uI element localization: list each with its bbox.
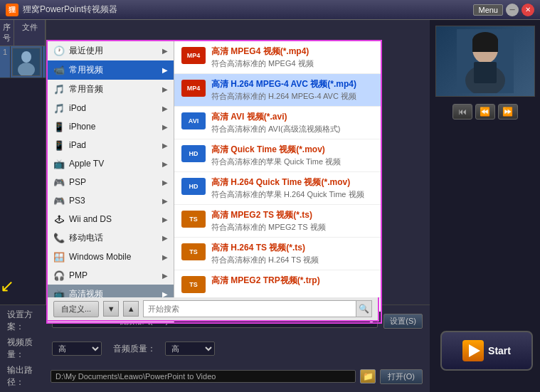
menu-item-pmp[interactable]: 🎧 PMP ▶ bbox=[48, 266, 174, 285]
badge-ts-6: TS bbox=[181, 211, 206, 228]
menu-item-winmobile[interactable]: 🪟 Windows Mobile ▶ bbox=[48, 248, 174, 266]
menu-item-ps3[interactable]: 🎮 PS3 ▶ bbox=[48, 191, 174, 210]
video-quality-select[interactable]: 高 bbox=[52, 341, 102, 356]
menu-item-iphone[interactable]: 📱 iPhone ▶ bbox=[48, 117, 174, 136]
app-title: 狸窝PowerPoint转视频器 bbox=[23, 4, 117, 16]
audio-quality-label: 音频质量： bbox=[113, 343, 159, 355]
format-info-2: 高清 H.264 MPEG-4 AVC 视频(*.mp4) 符合高清标准的 H.… bbox=[211, 78, 374, 102]
title-bar-controls: Menu ─ ✕ bbox=[473, 4, 534, 16]
format-item-3[interactable]: AVI 高清 AVI 视频(*.avi) 符合高清标准的 AVI(高级流视频格式… bbox=[174, 107, 381, 139]
arrow-icon-6: ▶ bbox=[162, 142, 168, 149]
menu-item-appletv[interactable]: 📺 Apple TV ▶ bbox=[48, 154, 174, 173]
menu-item-psp-label: PSP bbox=[69, 177, 86, 187]
ipad-icon: 📱 bbox=[53, 139, 65, 151]
main-container: 序号 文件 1 bbox=[0, 20, 540, 392]
start-label: Start bbox=[488, 345, 511, 356]
col-seq: 序号 bbox=[0, 20, 14, 46]
arrow-indicator: ↙ bbox=[0, 276, 14, 296]
file-cell bbox=[11, 46, 43, 78]
format-info-4: 高清 Quick Time 视频(*.mov) 符合高清标准的苹果 Quick … bbox=[211, 144, 374, 167]
format-title-6: 高清 MPEG2 TS 视频(*.ts) bbox=[211, 209, 374, 221]
skip-back-button[interactable]: ⏪ bbox=[475, 104, 495, 120]
rewind-button[interactable]: ⏮ bbox=[452, 104, 472, 120]
output-path-input[interactable] bbox=[51, 370, 356, 383]
menu-item-wii[interactable]: 🕹 Wii and DS ▶ bbox=[48, 210, 174, 228]
format-title-8: 高清 MPEG2 TRP视频(*.trp) bbox=[211, 275, 374, 287]
iphone-icon: 📱 bbox=[53, 121, 65, 132]
menu-item-common-audio-label: 常用音频 bbox=[69, 83, 103, 95]
svg-point-1 bbox=[21, 51, 31, 63]
format-desc-2: 符合高清标准的 H.264 MPEG-4 AVC 视频 bbox=[211, 91, 374, 102]
minimize-button[interactable]: ─ bbox=[506, 4, 519, 16]
ps3-icon: 🎮 bbox=[53, 195, 65, 206]
menu-item-wii-label: Wii and DS bbox=[69, 214, 112, 224]
format-title-5: 高清 H.264 Quick Time 视频(*.mov) bbox=[211, 176, 374, 189]
video-icon: 📹 bbox=[53, 65, 65, 76]
dropdown-bottom-bar: 自定义... ▼ ▲ 🔍 bbox=[46, 297, 379, 322]
pmp-icon: 🎧 bbox=[53, 270, 65, 281]
recent-icon: 🕐 bbox=[53, 46, 65, 57]
col-file: 文件 bbox=[14, 20, 46, 46]
badge-ts-7: TS bbox=[181, 243, 206, 260]
format-desc-1: 符合高清标准的 MPEG4 视频 bbox=[211, 58, 374, 69]
menu-item-ipod[interactable]: 🎵 iPod ▶ bbox=[48, 99, 174, 117]
format-desc-3: 符合高清标准的 AVI(高级流视频格式) bbox=[211, 124, 374, 134]
right-panel: ⏮ ⏪ ⏩ Start bbox=[430, 20, 540, 392]
format-item-2[interactable]: MP4 高清 H.264 MPEG-4 AVC 视频(*.mp4) 符合高清标准… bbox=[174, 74, 381, 107]
format-item-7[interactable]: TS 高清 H.264 TS 视频(*.ts) 符合高清标准的 H.264 TS… bbox=[174, 238, 381, 270]
skip-forward-button[interactable]: ⏩ bbox=[498, 104, 518, 120]
arrow-icon-9: ▶ bbox=[162, 197, 168, 205]
menu-item-recent[interactable]: 🕐 最近使用 ▶ bbox=[48, 41, 174, 60]
psp-icon: 🎮 bbox=[53, 176, 65, 188]
badge-hd-4: HD bbox=[181, 145, 206, 162]
folder-button[interactable]: 📁 bbox=[360, 369, 376, 383]
settings-button[interactable]: 设置(S) bbox=[383, 314, 423, 329]
title-bar-left: 狸 狸窝PowerPoint转视频器 bbox=[6, 4, 117, 16]
customize-button[interactable]: 自定义... bbox=[53, 301, 99, 317]
menu-item-ps3-label: PS3 bbox=[69, 196, 85, 206]
menu-item-ipad[interactable]: 📱 iPad ▶ bbox=[48, 136, 174, 154]
format-title-2: 高清 H.264 MPEG-4 AVC 视频(*.mp4) bbox=[211, 78, 374, 90]
table-row[interactable]: 1 bbox=[0, 46, 46, 78]
menu-item-psp[interactable]: 🎮 PSP ▶ bbox=[48, 173, 174, 191]
search-button[interactable]: 🔍 bbox=[356, 301, 371, 317]
format-item-5[interactable]: HD 高清 H.264 Quick Time 视频(*.mov) 符合高清标准的… bbox=[174, 172, 381, 205]
arrow-icon-13: ▶ bbox=[162, 272, 168, 280]
search-input[interactable] bbox=[144, 303, 356, 314]
open-button[interactable]: 打开(O) bbox=[380, 369, 423, 384]
format-info-6: 高清 MPEG2 TS 视频(*.ts) 符合高清标准的 MPEG2 TS 视频 bbox=[211, 209, 374, 233]
format-item-6[interactable]: TS 高清 MPEG2 TS 视频(*.ts) 符合高清标准的 MPEG2 TS… bbox=[174, 205, 381, 238]
appletv-icon: 📺 bbox=[53, 158, 65, 169]
format-list: MP4 高清 MPEG4 视频(*.mp4) 符合高清标准的 MPEG4 视频 … bbox=[174, 41, 381, 312]
arrow-down-button[interactable]: ▼ bbox=[103, 301, 119, 317]
menu-item-iphone-label: iPhone bbox=[69, 122, 95, 132]
menu-item-common-video[interactable]: 📹 常用视频 ▶ bbox=[48, 60, 174, 80]
video-quality-label: 视频质量： bbox=[7, 337, 46, 361]
app-icon: 狸 bbox=[6, 4, 18, 16]
menu-button[interactable]: Menu bbox=[473, 4, 503, 16]
format-item-1[interactable]: MP4 高清 MPEG4 视频(*.mp4) 符合高清标准的 MPEG4 视频 bbox=[174, 41, 381, 74]
arrow-icon-10: ▶ bbox=[162, 216, 168, 223]
menu-item-ipod-label: iPod bbox=[69, 103, 86, 113]
format-title-4: 高清 Quick Time 视频(*.mov) bbox=[211, 144, 374, 156]
svg-rect-8 bbox=[474, 62, 497, 83]
winmobile-icon: 🪟 bbox=[53, 251, 65, 263]
svg-rect-6 bbox=[472, 41, 498, 52]
ipod-icon: 🎵 bbox=[53, 102, 65, 114]
badge-hd-5: HD bbox=[181, 178, 206, 195]
plan-label: 设置方案： bbox=[7, 309, 46, 333]
format-item-8[interactable]: TS 高清 MPEG2 TRP视频(*.trp) bbox=[174, 270, 381, 298]
arrow-up-button[interactable]: ▲ bbox=[123, 301, 139, 317]
preview-image bbox=[436, 26, 534, 96]
format-desc-5: 符合高清标准的苹果 H.264 Quick Time 视频 bbox=[211, 189, 374, 200]
menu-item-mobile-label: 移动电话 bbox=[69, 232, 103, 244]
menu-item-common-audio[interactable]: 🎵 常用音频 ▶ bbox=[48, 80, 174, 99]
start-button[interactable]: Start bbox=[440, 331, 533, 371]
menu-item-common-video-label: 常用视频 bbox=[69, 64, 103, 76]
badge-ts-8: TS bbox=[181, 276, 206, 293]
menu-item-mobile[interactable]: 📞 移动电话 ▶ bbox=[48, 228, 174, 248]
format-item-4[interactable]: HD 高清 Quick Time 视频(*.mov) 符合高清标准的苹果 Qui… bbox=[174, 139, 381, 172]
menu-item-winmobile-label: Windows Mobile bbox=[69, 252, 131, 262]
close-button[interactable]: ✕ bbox=[522, 4, 534, 16]
audio-quality-select[interactable]: 高 bbox=[165, 341, 215, 356]
